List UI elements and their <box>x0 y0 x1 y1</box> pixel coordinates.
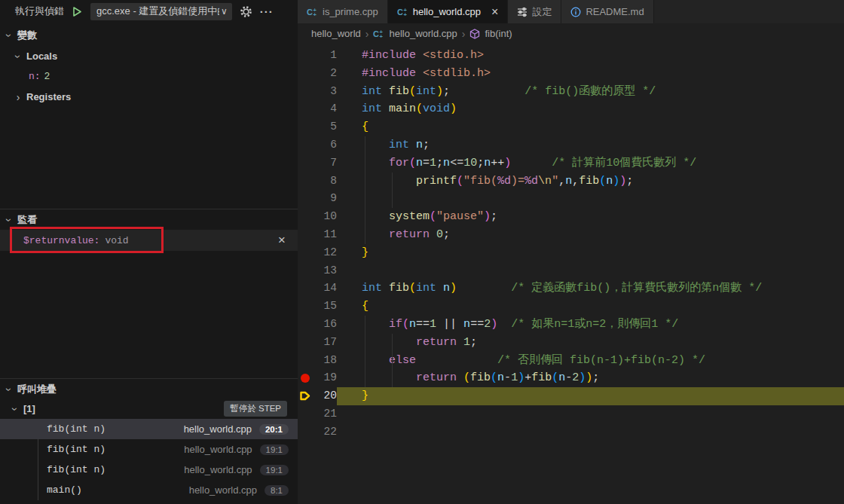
breakpoint-gutter[interactable] <box>298 298 313 316</box>
breakpoint-gutter[interactable] <box>298 423 313 441</box>
breakpoint-gutter[interactable] <box>298 118 313 136</box>
tab-README.md[interactable]: README.md <box>561 0 653 23</box>
code-line-9[interactable]: 9 <box>298 190 844 208</box>
code-line-5[interactable]: 5{ <box>298 118 844 136</box>
tab-設定[interactable]: 設定 <box>508 0 561 23</box>
code-line-text[interactable]: system("pause"); <box>337 208 844 226</box>
breakpoint-gutter[interactable] <box>298 190 313 208</box>
code-token: if <box>389 318 402 331</box>
code-token: /* 如果n=1或n=2，則傳回1 */ <box>511 318 678 331</box>
code-line-text[interactable]: { <box>337 298 844 316</box>
registers-tree-item[interactable]: › Registers <box>0 87 298 107</box>
stack-frame-row[interactable]: fib(int n)hello_world.cpp20:1 <box>0 419 298 439</box>
code-line-20[interactable]: 20} <box>298 387 844 405</box>
locals-tree-item[interactable]: › Locals <box>0 46 298 66</box>
line-number: 9 <box>313 190 337 208</box>
stack-frame-row[interactable]: main()hello_world.cpp8:1 <box>0 480 298 500</box>
variable-n-item[interactable]: n: 2 <box>0 66 298 87</box>
breakpoint-gutter[interactable] <box>298 136 313 154</box>
variables-section-header[interactable]: › 變數 <box>0 25 298 45</box>
code-line-text[interactable]: return 0; <box>337 226 844 244</box>
breakpoint-gutter[interactable] <box>298 279 313 298</box>
code-line-text[interactable]: int main(void) <box>337 100 844 118</box>
watch-section-header[interactable]: › 監看 <box>0 209 298 230</box>
breakpoint-gutter[interactable] <box>298 65 313 83</box>
code-line-text[interactable]: return (fib(n-1)+fib(n-2)); <box>337 369 844 387</box>
code-line-text[interactable]: printf("fib(%d)=%d\n",n,fib(n)); <box>337 173 844 191</box>
breakpoint-gutter[interactable] <box>298 387 313 405</box>
code-line-7[interactable]: 7 for(n=1;n<=10;n++) /* 計算前10個費氏數列 */ <box>298 154 844 173</box>
code-line-19[interactable]: 19 return (fib(n-1)+fib(n-2)); <box>298 369 844 387</box>
close-icon[interactable]: × <box>491 6 498 18</box>
start-debug-button[interactable] <box>72 6 83 17</box>
code-line-21[interactable]: 21 <box>298 405 844 423</box>
code-line-1[interactable]: 1#include <stdio.h> <box>298 47 844 65</box>
code-line-text[interactable]: } <box>337 387 844 405</box>
code-line-text[interactable]: int fib(int); /* fib()函數的原型 */ <box>337 83 844 101</box>
breakpoint-gutter[interactable] <box>298 369 313 387</box>
breadcrumb-folder[interactable]: hello_world <box>311 28 361 39</box>
breakpoint-gutter[interactable] <box>298 47 313 65</box>
code-line-text[interactable]: { <box>337 118 844 136</box>
code-line-text[interactable]: for(n=1;n<=10;n++) /* 計算前10個費氏數列 */ <box>337 154 844 173</box>
code-token: - <box>565 371 572 384</box>
code-line-text[interactable]: if(n==1 || n==2) /* 如果n=1或n=2，則傳回1 */ <box>337 316 844 334</box>
code-line-14[interactable]: 14int fib(int n) /* 定義函數fib()，計算費氏數列的第n個… <box>298 279 844 298</box>
code-editor[interactable]: 1#include <stdio.h>2#include <stdlib.h>3… <box>298 44 844 504</box>
code-line-10[interactable]: 10 system("pause"); <box>298 208 844 226</box>
remove-watch-button[interactable]: × <box>278 234 286 248</box>
stack-frame-row[interactable]: fib(int n)hello_world.cpp19:1 <box>0 439 298 460</box>
code-line-4[interactable]: 4int main(void) <box>298 100 844 118</box>
breakpoint-gutter[interactable] <box>298 405 313 423</box>
code-line-text[interactable] <box>337 190 844 208</box>
code-line-text[interactable] <box>337 262 844 280</box>
code-token <box>382 282 389 295</box>
debug-config-dropdown[interactable]: gcc.exe - 建置及偵錯使用中的檔案 ∨ <box>90 3 232 20</box>
breakpoint-gutter[interactable] <box>298 226 313 244</box>
code-line-3[interactable]: 3int fib(int); /* fib()函數的原型 */ <box>298 83 844 101</box>
code-line-text[interactable]: } <box>337 244 844 262</box>
code-line-2[interactable]: 2#include <stdlib.h> <box>298 65 844 83</box>
code-token: fib <box>389 85 409 98</box>
code-line-6[interactable]: 6 int n; <box>298 136 844 154</box>
code-line-15[interactable]: 15{ <box>298 298 844 316</box>
code-line-8[interactable]: 8 printf("fib(%d)=%d\n",n,fib(n)); <box>298 173 844 191</box>
breakpoint-gutter[interactable] <box>298 352 313 370</box>
stack-frame-row[interactable]: fib(int n)hello_world.cpp19:1 <box>0 460 298 480</box>
tab-hello_world.cpp[interactable]: C++hello_world.cpp× <box>388 0 509 23</box>
breakpoint-gutter[interactable] <box>298 83 313 101</box>
code-line-18[interactable]: 18 else /* 否則傳回 fib(n-1)+fib(n-2) */ <box>298 352 844 370</box>
breakpoint-gutter[interactable] <box>298 173 313 191</box>
code-line-text[interactable]: #include <stdlib.h> <box>337 65 844 83</box>
svg-text:C: C <box>373 29 379 38</box>
breakpoint-gutter[interactable] <box>298 262 313 280</box>
code-token: 1 <box>430 318 436 331</box>
breadcrumb-file[interactable]: hello_world.cpp <box>389 28 457 39</box>
code-line-17[interactable]: 17 return 1; <box>298 334 844 352</box>
watch-expression-row[interactable]: $returnvalue: void × <box>0 230 298 251</box>
code-line-text[interactable]: int n; <box>337 136 844 154</box>
breadcrumb-symbol[interactable]: fib(int) <box>485 28 512 39</box>
code-line-16[interactable]: 16 if(n==1 || n==2) /* 如果n=1或n=2，則傳回1 */ <box>298 316 844 334</box>
more-actions-button[interactable]: ··· <box>260 5 274 18</box>
breakpoint-gutter[interactable] <box>298 100 313 118</box>
tab-is_prime.cpp[interactable]: C++is_prime.cpp <box>298 0 388 23</box>
code-line-text[interactable]: return 1; <box>337 334 844 352</box>
code-line-text[interactable]: else /* 否則傳回 fib(n-1)+fib(n-2) */ <box>337 352 844 370</box>
code-line-11[interactable]: 11 return 0; <box>298 226 844 244</box>
call-stack-section-header[interactable]: › 呼叫堆疊 <box>0 379 298 399</box>
code-line-12[interactable]: 12} <box>298 244 844 262</box>
code-line-text[interactable]: #include <stdio.h> <box>337 47 844 65</box>
breakpoint-gutter[interactable] <box>298 244 313 262</box>
breakpoint-gutter[interactable] <box>298 208 313 226</box>
code-line-text[interactable] <box>337 405 844 423</box>
debug-session-row[interactable]: › [1] 暫停於 STEP <box>0 399 298 419</box>
breakpoint-gutter[interactable] <box>298 316 313 334</box>
code-line-13[interactable]: 13 <box>298 262 844 280</box>
code-line-text[interactable]: int fib(int n) /* 定義函數fib()，計算費氏數列的第n個數 … <box>337 279 844 298</box>
breakpoint-gutter[interactable] <box>298 334 313 352</box>
code-line-22[interactable]: 22 <box>298 423 844 441</box>
code-line-text[interactable] <box>337 423 844 441</box>
settings-gear-button[interactable] <box>240 5 252 18</box>
breakpoint-gutter[interactable] <box>298 154 313 173</box>
